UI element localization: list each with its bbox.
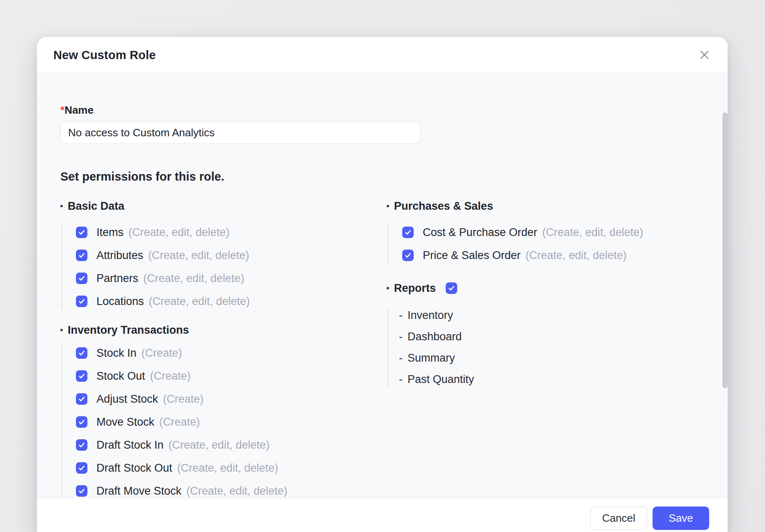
dialog-body: *Name Set permissions for this role. Bas…: [37, 73, 728, 498]
permission-row-stock-out: Stock Out(Create): [76, 365, 387, 388]
reports-checkbox[interactable]: [446, 282, 457, 294]
attributes-checkbox[interactable]: [76, 250, 87, 261]
permission-actions-hint: (Create, edit, delete): [542, 226, 643, 239]
permission-actions-hint: (Create, edit, delete): [169, 439, 270, 452]
permission-group: Cost & Purchase Order(Create, edit, dele…: [387, 221, 704, 267]
permission-actions-hint: (Create, edit, delete): [149, 295, 250, 308]
vertical-scrollbar-thumb[interactable]: [722, 112, 728, 388]
permission-section-reports: Reports-Inventory-Dashboard-Summary-Past…: [387, 280, 704, 390]
bullet-icon: [387, 287, 389, 289]
report-label: Past Quantity: [408, 373, 474, 386]
permission-actions-hint: (Create): [159, 416, 200, 429]
cancel-button[interactable]: Cancel: [590, 507, 647, 530]
dialog-title: New Custom Role: [53, 48, 156, 62]
section-header-basic-data: Basic Data: [60, 198, 387, 214]
report-label: Inventory: [408, 309, 453, 322]
dialog-footer: Cancel Save: [37, 498, 728, 532]
report-list: -Inventory-Dashboard-Summary-Past Quanti…: [387, 305, 704, 390]
draft-stock-in-checkbox[interactable]: [76, 439, 87, 451]
permission-label: Draft Stock In: [96, 439, 164, 452]
permission-row-partners: Partners(Create, edit, delete): [76, 267, 387, 290]
report-label: Dashboard: [408, 330, 462, 343]
checkmark-icon: [78, 251, 86, 259]
section-title: Reports: [394, 282, 436, 295]
save-button[interactable]: Save: [653, 507, 709, 530]
move-stock-checkbox[interactable]: [76, 416, 87, 428]
dialog-header: New Custom Role: [37, 37, 728, 73]
permission-label: Draft Move Stock: [96, 485, 181, 498]
items-checkbox[interactable]: [76, 227, 87, 238]
permission-actions-hint: (Create, edit, delete): [526, 249, 627, 262]
checkmark-icon: [78, 349, 86, 357]
permission-label: Move Stock: [96, 416, 154, 429]
partners-checkbox[interactable]: [76, 273, 87, 284]
checkmark-icon: [78, 274, 86, 282]
draft-stock-out-checkbox[interactable]: [76, 462, 87, 474]
adjust-stock-checkbox[interactable]: [76, 393, 87, 405]
permission-section-basic-data: Basic DataItems(Create, edit, delete)Att…: [60, 198, 387, 313]
permissions-heading: Set permissions for this role.: [60, 170, 704, 183]
close-icon: [700, 50, 709, 61]
permission-row-draft-stock-in: Draft Stock In(Create, edit, delete): [76, 433, 387, 456]
draft-move-stock-checkbox[interactable]: [76, 485, 87, 497]
permission-actions-hint: (Create): [150, 370, 191, 383]
permission-row-attributes: Attributes(Create, edit, delete): [76, 244, 387, 267]
permission-label: Adjust Stock: [96, 393, 158, 406]
permission-group: Items(Create, edit, delete)Attributes(Cr…: [60, 221, 387, 313]
permission-row-move-stock: Move Stock(Create): [76, 410, 387, 433]
section-title: Basic Data: [68, 200, 124, 213]
section-header-inventory-transactions: Inventory Transactions: [60, 322, 387, 338]
permission-row-stock-in: Stock In(Create): [76, 342, 387, 365]
permission-section-purchases-sales: Purchases & SalesCost & Purchase Order(C…: [387, 198, 704, 267]
stock-in-checkbox[interactable]: [76, 347, 87, 359]
checkmark-icon: [78, 464, 86, 472]
bullet-icon: [387, 205, 389, 207]
checkmark-icon: [404, 228, 412, 236]
permission-label: Attributes: [96, 249, 143, 262]
bullet-icon: [60, 329, 63, 331]
section-header-reports: Reports: [387, 280, 704, 296]
section-title: Purchases & Sales: [394, 200, 493, 213]
page-background: { "modal": { "title": "New Custom Role",…: [0, 0, 765, 532]
checkmark-icon: [78, 487, 86, 495]
permission-label: Locations: [96, 295, 144, 308]
permission-label: Draft Stock Out: [96, 462, 172, 475]
price-sales-order-checkbox[interactable]: [402, 250, 414, 261]
cost-purchase-order-checkbox[interactable]: [402, 227, 414, 238]
permission-actions-hint: (Create, edit, delete): [143, 272, 244, 285]
permission-section-inventory-transactions: Inventory TransactionsStock In(Create)St…: [60, 322, 387, 498]
permission-row-items: Items(Create, edit, delete): [76, 221, 387, 244]
name-field-label: *Name: [60, 104, 704, 116]
permission-group: Stock In(Create)Stock Out(Create)Adjust …: [60, 342, 387, 498]
report-item-inventory: -Inventory: [399, 305, 704, 326]
permission-actions-hint: (Create, edit, delete): [186, 485, 287, 498]
permission-label: Items: [96, 226, 124, 239]
checkmark-icon: [404, 251, 412, 259]
permission-row-price-sales-order: Price & Sales Order(Create, edit, delete…: [402, 244, 704, 267]
permissions-column-right: Purchases & SalesCost & Purchase Order(C…: [387, 198, 704, 390]
permission-row-locations: Locations(Create, edit, delete): [76, 290, 387, 313]
section-header-purchases-sales: Purchases & Sales: [387, 198, 704, 214]
checkmark-icon: [78, 297, 86, 305]
checkmark-icon: [78, 372, 86, 380]
permission-label: Price & Sales Order: [423, 249, 521, 262]
close-button[interactable]: [696, 47, 713, 64]
stock-out-checkbox[interactable]: [76, 370, 87, 382]
section-title: Inventory Transactions: [68, 324, 189, 337]
permission-label: Partners: [96, 272, 138, 285]
permission-actions-hint: (Create): [163, 393, 204, 406]
permission-actions-hint: (Create): [142, 347, 182, 360]
permission-row-cost-purchase-order: Cost & Purchase Order(Create, edit, dele…: [402, 221, 704, 244]
new-custom-role-dialog: New Custom Role *Name Set permissions fo…: [37, 37, 728, 532]
dash-prefix: -: [399, 330, 403, 343]
dash-prefix: -: [399, 352, 403, 365]
permissions-grid: Basic DataItems(Create, edit, delete)Att…: [60, 198, 704, 498]
role-name-input[interactable]: [60, 121, 421, 144]
checkmark-icon: [447, 284, 456, 292]
locations-checkbox[interactable]: [76, 296, 87, 307]
report-label: Summary: [408, 352, 455, 365]
name-label-text: Name: [64, 104, 94, 116]
report-item-past-quantity: -Past Quantity: [399, 369, 704, 390]
permission-label: Stock In: [96, 347, 137, 360]
required-asterisk: *: [60, 104, 64, 116]
